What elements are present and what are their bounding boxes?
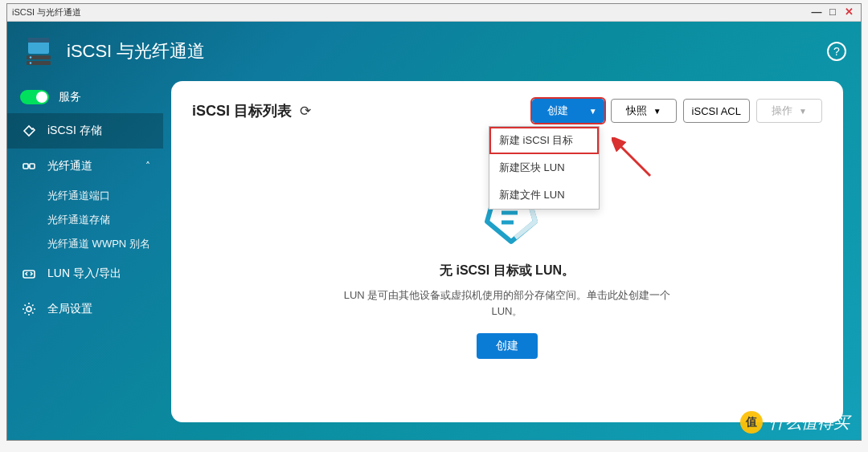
empty-title: 无 iSCSI 目标或 LUN。 xyxy=(440,263,575,279)
watermark-badge: 值 xyxy=(740,411,763,434)
svg-marker-6 xyxy=(24,126,35,136)
dropdown-new-file-lun[interactable]: 新建文件 LUN xyxy=(489,181,599,209)
empty-state: 无 iSCSI 目标或 LUN。 LUN 是可由其他设备或虚拟机使用的部分存储空… xyxy=(171,185,843,359)
maximize-button[interactable]: □ xyxy=(825,6,840,19)
empty-description: LUN 是可由其他设备或虚拟机使用的部分存储空间。单击此处创建一个 LUN。 xyxy=(338,287,676,319)
svg-point-4 xyxy=(30,56,31,58)
svg-point-5 xyxy=(30,62,31,63)
sidebar-item-lun-io[interactable]: LUN 导入/导出 xyxy=(7,256,163,291)
iscsi-acl-button[interactable]: iSCSI ACL xyxy=(683,99,750,123)
help-icon[interactable]: ? xyxy=(827,42,846,61)
caret-down-icon: ▼ xyxy=(653,107,661,116)
page-title: iSCSI 与光纤通道 xyxy=(67,39,205,63)
app-window: iSCSI 与光纤通道 — □ ✕ iSCSI 与光纤通道 ? xyxy=(6,3,862,441)
dropdown-new-iscsi-target[interactable]: 新建 iSCSI 目标 xyxy=(489,127,599,154)
gear-icon xyxy=(20,302,38,316)
refresh-icon[interactable]: ⟳ xyxy=(300,103,311,120)
import-export-icon xyxy=(20,267,38,281)
sidebar-item-label: 光纤通道 xyxy=(47,159,92,173)
sidebar-sub-fc-port[interactable]: 光纤通道端口 xyxy=(7,184,163,208)
sidebar-item-iscsi-storage[interactable]: iSCSI 存储 xyxy=(7,113,163,149)
service-toggle[interactable] xyxy=(20,90,49,104)
sidebar-service[interactable]: 服务 xyxy=(7,81,163,113)
sidebar-item-global-settings[interactable]: 全局设置 xyxy=(7,291,163,327)
sidebar-item-fibre-channel[interactable]: 光纤通道 ˄ xyxy=(7,149,163,184)
svg-rect-7 xyxy=(23,164,28,169)
sidebar-item-label: iSCSI 存储 xyxy=(47,124,102,138)
snapshot-button[interactable]: 快照 ▼ xyxy=(611,99,677,123)
operations-button: 操作 ▼ xyxy=(756,99,822,123)
sidebar-sub-fc-wwpn[interactable]: 光纤通道 WWPN 别名 xyxy=(7,232,163,256)
empty-create-button[interactable]: 创建 xyxy=(477,333,538,359)
content-panel: iSCSI 目标列表 ⟳ 创建 ▼ 快照 ▼ iSCSI ACL xyxy=(171,81,843,422)
watermark: 值 什么值得买 xyxy=(740,411,850,434)
app-header: iSCSI 与光纤通道 ? xyxy=(22,31,846,71)
svg-rect-1 xyxy=(28,38,49,43)
toolbar: 创建 ▼ 快照 ▼ iSCSI ACL 操作 ▼ xyxy=(532,99,822,123)
caret-down-icon: ▼ xyxy=(799,107,807,116)
window-title: iSCSI 与光纤通道 xyxy=(12,6,81,18)
svg-point-11 xyxy=(27,307,31,312)
sidebar-item-label: 全局设置 xyxy=(47,302,92,316)
panel-header: iSCSI 目标列表 ⟳ 创建 ▼ 快照 ▼ iSCSI ACL xyxy=(192,99,822,123)
fibre-icon xyxy=(20,159,38,173)
sidebar-item-label: 服务 xyxy=(59,90,81,104)
sidebar: 服务 iSCSI 存储 光纤通道 xyxy=(7,22,163,440)
svg-rect-8 xyxy=(30,164,35,169)
svg-rect-10 xyxy=(23,271,35,278)
chevron-up-icon: ˄ xyxy=(145,161,150,172)
main-content: iSCSI 目标列表 ⟳ 创建 ▼ 快照 ▼ iSCSI ACL xyxy=(163,22,861,440)
minimize-button[interactable]: — xyxy=(809,6,824,19)
sidebar-sub-fc-storage[interactable]: 光纤通道存储 xyxy=(7,208,163,232)
caret-down-icon: ▼ xyxy=(589,107,597,116)
svg-line-12 xyxy=(618,144,650,176)
watermark-text: 什么值得买 xyxy=(769,412,850,434)
titlebar: iSCSI 与光纤通道 — □ ✕ xyxy=(7,4,861,22)
panel-title: iSCSI 目标列表 xyxy=(192,101,292,120)
close-button[interactable]: ✕ xyxy=(841,6,856,19)
create-button[interactable]: 创建 ▼ xyxy=(532,99,604,123)
annotation-arrow xyxy=(612,137,660,185)
sidebar-item-label: LUN 导入/导出 xyxy=(47,267,121,281)
dropdown-new-block-lun[interactable]: 新建区块 LUN xyxy=(489,154,599,181)
app-icon xyxy=(22,35,55,68)
storage-icon xyxy=(20,124,38,138)
create-dropdown: 新建 iSCSI 目标 新建区块 LUN 新建文件 LUN xyxy=(489,126,600,210)
